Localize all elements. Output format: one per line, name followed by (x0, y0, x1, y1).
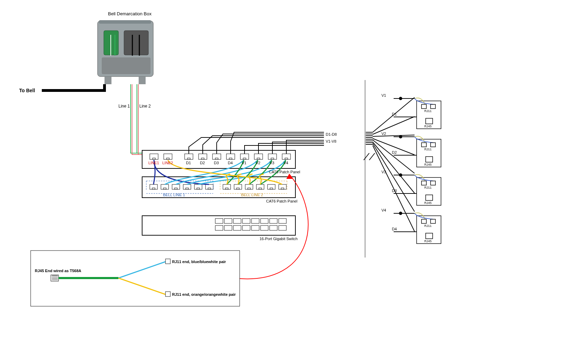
svg-rect-49 (259, 188, 262, 189)
port-label-v2: V2 (256, 161, 260, 165)
jack-rj45-label: RJ45 (424, 125, 432, 128)
svg-rect-68 (261, 219, 268, 223)
wall-d4-label: D4 (392, 227, 397, 231)
svg-rect-76 (261, 225, 268, 230)
svg-rect-6 (105, 77, 111, 84)
legend-rj11-blue-label: RJ11 end, blue/bluewhite pair (172, 260, 226, 264)
port-label-d4: D4 (228, 161, 233, 165)
svg-point-90 (399, 135, 402, 138)
svg-point-85 (399, 97, 402, 100)
svg-rect-25 (271, 158, 274, 159)
wall-v2-label: V2 (381, 132, 386, 136)
diagram-svg (0, 0, 588, 364)
jack-rj11-label: RJ11 (424, 224, 432, 228)
svg-rect-47 (248, 188, 250, 189)
title-label: Bell Demarcation Box (108, 11, 152, 16)
wall-v4-label: V4 (381, 208, 386, 212)
svg-rect-9 (153, 158, 155, 159)
port-label-d1: D1 (186, 161, 191, 165)
legend-rj11-orange-label: RJ11 end, orange/orangewhite pair (172, 292, 236, 296)
wall-d3-label: D3 (392, 189, 397, 193)
rj11-icon (165, 259, 170, 264)
port-label-v3: V3 (270, 161, 274, 165)
svg-rect-19 (229, 158, 232, 159)
wall-v1-label: V1 (381, 93, 386, 97)
svg-rect-45 (237, 188, 239, 189)
to-bell-label: To Bell (19, 88, 35, 93)
switch-caption: 16-Port Gigabit Switch (260, 237, 297, 241)
legend-rj45-label: RJ45 End wired as T568A (35, 269, 81, 273)
wall-d1-label: D1 (392, 112, 397, 116)
svg-rect-86 (421, 104, 426, 109)
svg-rect-15 (201, 158, 204, 159)
svg-rect-72 (224, 225, 232, 230)
svg-rect-87 (431, 104, 435, 109)
svg-rect-43 (225, 188, 228, 189)
svg-point-95 (399, 174, 402, 176)
wallplates (394, 97, 441, 244)
svg-rect-69 (270, 219, 277, 223)
svg-rect-88 (426, 118, 433, 124)
bundle-v-label: V1-V8 (326, 139, 336, 143)
svg-line-28 (369, 153, 375, 160)
svg-rect-64 (224, 219, 232, 223)
bell-line1-label: BELL LINE 1 (163, 193, 185, 197)
patch-top-caption: CAT6 Patch Panel (269, 170, 300, 174)
svg-rect-101 (421, 219, 426, 223)
svg-rect-96 (421, 181, 426, 185)
svg-rect-66 (242, 219, 250, 223)
cable-to-bell (42, 84, 105, 90)
line-pair-icon (131, 84, 167, 155)
svg-rect-63 (215, 219, 223, 223)
svg-rect-1 (99, 20, 151, 24)
svg-rect-7 (139, 77, 146, 84)
port-label-v1: V1 (242, 161, 246, 165)
wall-d2-label: D2 (392, 150, 397, 155)
svg-rect-23 (257, 158, 260, 159)
svg-rect-98 (426, 195, 433, 200)
port-label-d3: D3 (214, 161, 219, 165)
svg-rect-39 (197, 188, 200, 189)
svg-rect-37 (186, 188, 188, 189)
svg-rect-103 (426, 233, 433, 239)
line2-label: Line 2 (139, 104, 151, 109)
wire-bundle (366, 97, 415, 231)
svg-rect-53 (281, 188, 284, 189)
svg-rect-91 (421, 143, 426, 147)
wiring-diagram: { "title": "Bell Demarcation Box", "to_b… (0, 0, 588, 364)
svg-point-100 (399, 212, 402, 215)
svg-rect-17 (215, 158, 218, 159)
port-label-d2: D2 (200, 161, 205, 165)
svg-rect-71 (215, 225, 223, 230)
bundle-d-label: D1-D8 (326, 132, 337, 136)
svg-rect-41 (208, 188, 211, 189)
demarc-box-icon (98, 20, 153, 84)
jack-rj11-label: RJ11 (424, 109, 432, 113)
svg-rect-13 (187, 158, 190, 159)
rj11-icon (165, 292, 170, 296)
svg-rect-67 (252, 219, 259, 223)
svg-rect-51 (270, 188, 273, 189)
port-label-line1: LINE1 (148, 161, 159, 165)
svg-rect-70 (279, 219, 286, 223)
svg-rect-73 (233, 225, 241, 230)
svg-rect-74 (242, 225, 250, 230)
svg-rect-92 (431, 143, 435, 147)
svg-rect-5 (102, 57, 150, 74)
bell-line2-label: BELL LINE 2 (241, 193, 263, 197)
jack-rj11-label: RJ11 (424, 186, 432, 189)
rj45-icon (51, 275, 59, 281)
svg-rect-75 (252, 225, 259, 230)
svg-rect-77 (270, 225, 277, 230)
port-label-v4: V4 (284, 161, 288, 165)
svg-rect-97 (431, 181, 435, 185)
jack-rj45-label: RJ45 (424, 201, 432, 205)
line1-label: Line 1 (118, 104, 130, 109)
wall-v3-label: V3 (381, 170, 386, 174)
svg-line-29 (364, 153, 369, 160)
patch-top-jacks (150, 154, 291, 159)
port-label-line2: LINE2 (162, 161, 173, 165)
svg-rect-35 (175, 188, 177, 189)
svg-rect-33 (163, 188, 166, 189)
svg-rect-11 (167, 158, 169, 159)
